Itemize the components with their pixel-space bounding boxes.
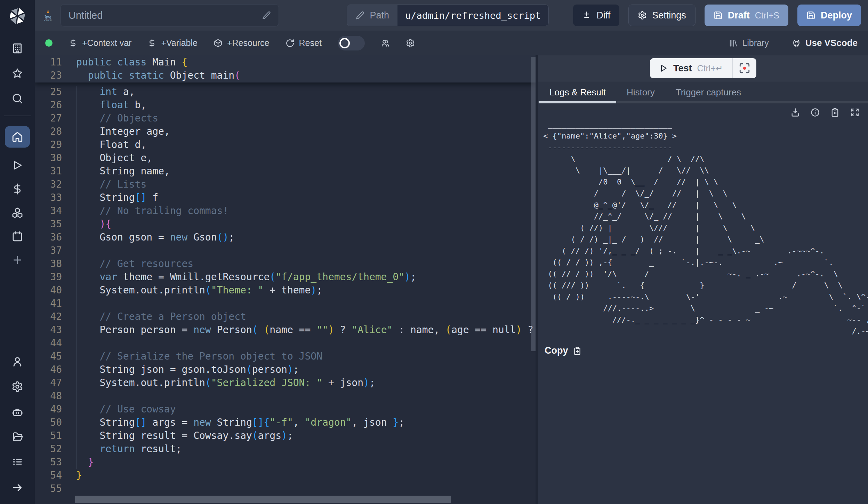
copy-result-button[interactable]: Copy <box>545 345 868 356</box>
line-number: 47 <box>35 376 62 389</box>
line-number: 40 <box>35 284 62 297</box>
code-line[interactable]: 54} <box>35 469 536 482</box>
sidebar-top-group <box>11 42 23 104</box>
line-number: 50 <box>35 416 62 429</box>
user-icon[interactable] <box>11 356 23 368</box>
line-number: 30 <box>35 151 62 165</box>
diff-button[interactable]: Diff <box>573 5 619 26</box>
code-line[interactable]: 23 public static Object main( <box>35 69 536 82</box>
code-text: System.out.println("Serialized JSON: " +… <box>62 376 375 389</box>
code-line[interactable]: 30 Object e, <box>35 151 536 165</box>
runs-icon[interactable] <box>11 159 23 171</box>
script-name-input[interactable]: Untitled <box>61 4 279 26</box>
code-line[interactable]: 35 ){ <box>35 218 536 231</box>
code-line[interactable]: 46 String json = gson.toJson(person); <box>35 363 536 376</box>
resources-icon[interactable] <box>11 207 23 219</box>
tab-trigger-captures[interactable]: Trigger captures <box>665 81 752 103</box>
code-line[interactable]: 27 // Objects <box>35 112 536 125</box>
code-line[interactable]: 49 // Use cowsay <box>35 403 536 416</box>
test-button[interactable]: Test Ctrl+↵ <box>650 58 732 78</box>
expand-sidebar-arrow-icon[interactable] <box>11 482 23 494</box>
collaborators-button[interactable] <box>381 39 390 48</box>
code-line[interactable]: 55 <box>35 482 536 495</box>
line-number: 55 <box>35 482 62 495</box>
bot-icon[interactable] <box>11 406 23 418</box>
code-line[interactable]: 53 } <box>35 456 536 469</box>
code-line[interactable]: 32 // Lists <box>35 178 536 191</box>
variables-icon[interactable] <box>11 183 23 195</box>
library-icon <box>729 39 738 48</box>
code-line[interactable]: 42 // Create a Person object <box>35 310 536 323</box>
code-line[interactable]: 11public class Main { <box>35 56 536 69</box>
path-field[interactable]: Path u/admin/refreshed_script <box>347 5 549 26</box>
code-line[interactable]: 28 Integer age, <box>35 125 536 138</box>
library-button[interactable]: Library <box>729 38 769 48</box>
capture-run-button[interactable] <box>733 58 756 78</box>
tab-logs-result[interactable]: Logs & Result <box>539 81 616 103</box>
code-text <box>62 244 76 257</box>
code-line[interactable]: 34 // No trailing commas! <box>35 204 536 218</box>
editor-settings-button[interactable] <box>406 39 415 48</box>
deploy-button[interactable]: Deploy <box>797 5 861 26</box>
code-line[interactable]: 51 String result = Cowsay.say(args); <box>35 429 536 442</box>
tab-history[interactable]: History <box>616 81 665 103</box>
edit-pencil-icon[interactable] <box>262 11 271 20</box>
code-line[interactable]: 47 System.out.println("Serialized JSON: … <box>35 376 536 389</box>
code-line[interactable]: 45 // Serialize the Person object to JSO… <box>35 350 536 363</box>
vertical-scrollbar[interactable] <box>531 57 536 351</box>
info-icon[interactable] <box>810 108 820 117</box>
plus-icon[interactable] <box>11 254 23 266</box>
library-label: Library <box>742 38 769 48</box>
path-label-segment[interactable]: Path <box>347 5 398 26</box>
sidebar-item-home[interactable] <box>5 126 30 148</box>
sidebar-main-group <box>5 126 30 266</box>
schedules-icon[interactable] <box>11 230 23 242</box>
code-text: String name, <box>62 165 170 178</box>
code-line[interactable]: 29 Float d, <box>35 138 536 151</box>
download-icon[interactable] <box>790 108 800 117</box>
diff-mode-toggle[interactable] <box>338 36 365 50</box>
windmill-logo-icon[interactable] <box>7 0 28 32</box>
code-editor[interactable]: 11public class Main {23 public static Ob… <box>35 55 536 504</box>
expand-icon[interactable] <box>850 108 860 117</box>
code-line[interactable]: 37 <box>35 244 536 257</box>
clipboard-copy-icon <box>573 346 582 355</box>
code-line[interactable]: 25 int a, <box>35 85 536 99</box>
code-line[interactable]: 38 // Get resources <box>35 257 536 270</box>
reset-button[interactable]: Reset <box>286 38 322 48</box>
horizontal-scrollbar[interactable] <box>75 496 451 503</box>
settings-button[interactable]: Settings <box>628 5 696 26</box>
star-icon[interactable] <box>11 68 23 79</box>
path-value[interactable]: u/admin/refreshed_script <box>397 5 548 26</box>
pane-resizer[interactable] <box>536 55 538 504</box>
add-resource-button[interactable]: +Resource <box>214 38 270 48</box>
clipboard-import-icon[interactable] <box>830 108 840 117</box>
code-line[interactable]: 52 return result; <box>35 442 536 456</box>
pencil-icon <box>355 11 364 20</box>
search-icon[interactable] <box>11 93 23 104</box>
play-icon <box>659 64 668 73</box>
code-text: Integer age, <box>62 125 170 138</box>
code-line[interactable]: 26 float b, <box>35 99 536 112</box>
windmill-script-editor: Java Untitled Path u/admin/refreshed_scr… <box>0 0 868 504</box>
add-context-var-button[interactable]: +Context var <box>69 38 131 48</box>
draft-button[interactable]: Draft Ctrl+S <box>705 5 788 26</box>
folder-open-icon[interactable] <box>11 431 23 443</box>
code-line[interactable]: 39 var theme = Wmill.getResource("f/app_… <box>35 270 536 284</box>
code-line[interactable]: 43 Person person = new Person( (name == … <box>35 323 536 337</box>
code-line[interactable]: 36 Gson gson = new Gson(); <box>35 231 536 244</box>
code-line[interactable]: 33 String[] f <box>35 191 536 204</box>
list-icon[interactable] <box>11 456 23 468</box>
add-variable-button[interactable]: +Variable <box>147 38 197 48</box>
use-vscode-button[interactable]: Use VScode <box>792 38 858 48</box>
code-line[interactable]: 44 <box>35 337 536 350</box>
code-line[interactable]: 40 System.out.println("Theme: " + theme)… <box>35 284 536 297</box>
preview-panel-header: Test Ctrl+↵ <box>538 55 868 81</box>
code-text <box>62 297 76 310</box>
code-line[interactable]: 48 <box>35 389 536 403</box>
settings-gear-icon[interactable] <box>11 381 23 393</box>
building-icon[interactable] <box>11 42 23 54</box>
code-line[interactable]: 50 String[] args = new String[]{"-f", "d… <box>35 416 536 429</box>
code-line[interactable]: 41 <box>35 297 536 310</box>
code-line[interactable]: 31 String name, <box>35 165 536 178</box>
